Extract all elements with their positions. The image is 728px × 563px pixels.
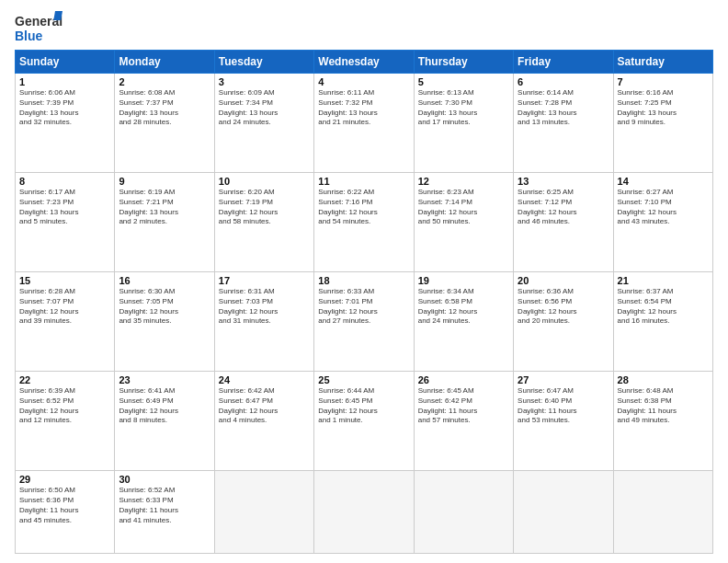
cell-details: Sunrise: 6:17 AM Sunset: 7:23 PM Dayligh… (19, 188, 110, 227)
calendar-cell: 4Sunrise: 6:11 AM Sunset: 7:32 PM Daylig… (314, 74, 414, 173)
calendar-cell: 1Sunrise: 6:06 AM Sunset: 7:39 PM Daylig… (16, 74, 115, 173)
weekday-header-cell: Saturday (613, 51, 712, 74)
cell-details: Sunrise: 6:08 AM Sunset: 7:37 PM Dayligh… (119, 88, 210, 128)
calendar-cell: 7Sunrise: 6:16 AM Sunset: 7:25 PM Daylig… (613, 74, 712, 173)
calendar-cell: 26Sunrise: 6:45 AM Sunset: 6:42 PM Dayli… (414, 372, 513, 471)
day-number: 9 (119, 176, 210, 187)
calendar-cell (514, 471, 613, 554)
cell-details: Sunrise: 6:11 AM Sunset: 7:32 PM Dayligh… (318, 88, 409, 128)
day-number: 10 (219, 176, 310, 187)
cell-details: Sunrise: 6:22 AM Sunset: 7:16 PM Dayligh… (318, 188, 409, 227)
day-number: 26 (418, 374, 509, 385)
calendar-cell: 28Sunrise: 6:48 AM Sunset: 6:38 PM Dayli… (613, 372, 712, 471)
calendar-cell (214, 471, 313, 554)
day-number: 28 (618, 374, 709, 385)
day-number: 18 (318, 275, 409, 286)
weekday-header-cell: Sunday (16, 51, 115, 74)
day-number: 27 (518, 374, 609, 385)
cell-details: Sunrise: 6:16 AM Sunset: 7:25 PM Dayligh… (618, 88, 709, 128)
cell-details: Sunrise: 6:48 AM Sunset: 6:38 PM Dayligh… (618, 386, 709, 426)
day-number: 24 (219, 374, 310, 385)
day-number: 22 (19, 374, 110, 385)
cell-details: Sunrise: 6:13 AM Sunset: 7:30 PM Dayligh… (418, 88, 509, 128)
cell-details: Sunrise: 6:34 AM Sunset: 6:58 PM Dayligh… (418, 287, 509, 327)
day-number: 29 (19, 474, 110, 485)
cell-details: Sunrise: 6:45 AM Sunset: 6:42 PM Dayligh… (418, 386, 509, 426)
cell-details: Sunrise: 6:41 AM Sunset: 6:49 PM Dayligh… (119, 386, 210, 426)
calendar-cell: 10Sunrise: 6:20 AM Sunset: 7:19 PM Dayli… (214, 173, 313, 272)
day-number: 13 (518, 176, 609, 187)
calendar-cell: 13Sunrise: 6:25 AM Sunset: 7:12 PM Dayli… (514, 173, 613, 272)
day-number: 3 (219, 76, 310, 87)
calendar-cell: 18Sunrise: 6:33 AM Sunset: 7:01 PM Dayli… (314, 272, 414, 372)
calendar-cell: 14Sunrise: 6:27 AM Sunset: 7:10 PM Dayli… (613, 173, 712, 272)
calendar-cell: 25Sunrise: 6:44 AM Sunset: 6:45 PM Dayli… (314, 372, 414, 471)
cell-details: Sunrise: 6:27 AM Sunset: 7:10 PM Dayligh… (618, 188, 709, 227)
calendar-cell: 16Sunrise: 6:30 AM Sunset: 7:05 PM Dayli… (115, 272, 214, 372)
weekday-header-cell: Thursday (414, 51, 513, 74)
cell-details: Sunrise: 6:50 AM Sunset: 6:36 PM Dayligh… (19, 486, 110, 525)
cell-details: Sunrise: 6:06 AM Sunset: 7:39 PM Dayligh… (19, 88, 110, 128)
cell-details: Sunrise: 6:09 AM Sunset: 7:34 PM Dayligh… (219, 88, 310, 128)
cell-details: Sunrise: 6:25 AM Sunset: 7:12 PM Dayligh… (518, 188, 609, 227)
day-number: 12 (418, 176, 509, 187)
calendar-week-row: 8Sunrise: 6:17 AM Sunset: 7:23 PM Daylig… (16, 173, 713, 272)
day-number: 23 (119, 374, 210, 385)
day-number: 14 (618, 176, 709, 187)
calendar-cell: 3Sunrise: 6:09 AM Sunset: 7:34 PM Daylig… (214, 74, 313, 173)
day-number: 4 (318, 76, 409, 87)
calendar-cell: 5Sunrise: 6:13 AM Sunset: 7:30 PM Daylig… (414, 74, 513, 173)
calendar-cell (314, 471, 414, 554)
calendar-cell: 20Sunrise: 6:36 AM Sunset: 6:56 PM Dayli… (514, 272, 613, 372)
calendar-cell: 21Sunrise: 6:37 AM Sunset: 6:54 PM Dayli… (613, 272, 712, 372)
day-number: 11 (318, 176, 409, 187)
calendar-table: SundayMondayTuesdayWednesdayThursdayFrid… (15, 50, 713, 554)
cell-details: Sunrise: 6:19 AM Sunset: 7:21 PM Dayligh… (119, 188, 210, 227)
calendar-week-row: 15Sunrise: 6:28 AM Sunset: 7:07 PM Dayli… (16, 272, 713, 372)
day-number: 25 (318, 374, 409, 385)
calendar-cell: 22Sunrise: 6:39 AM Sunset: 6:52 PM Dayli… (16, 372, 115, 471)
day-number: 20 (518, 275, 609, 286)
day-number: 15 (19, 275, 110, 286)
calendar-week-row: 1Sunrise: 6:06 AM Sunset: 7:39 PM Daylig… (16, 74, 713, 173)
svg-text:Blue: Blue (15, 29, 43, 43)
cell-details: Sunrise: 6:14 AM Sunset: 7:28 PM Dayligh… (518, 88, 609, 128)
calendar-cell: 29Sunrise: 6:50 AM Sunset: 6:36 PM Dayli… (16, 471, 115, 554)
calendar-cell: 23Sunrise: 6:41 AM Sunset: 6:49 PM Dayli… (115, 372, 214, 471)
calendar-week-row: 29Sunrise: 6:50 AM Sunset: 6:36 PM Dayli… (16, 471, 713, 554)
calendar-cell: 27Sunrise: 6:47 AM Sunset: 6:40 PM Dayli… (514, 372, 613, 471)
calendar-cell: 9Sunrise: 6:19 AM Sunset: 7:21 PM Daylig… (115, 173, 214, 272)
day-number: 1 (19, 76, 110, 87)
cell-details: Sunrise: 6:20 AM Sunset: 7:19 PM Dayligh… (219, 188, 310, 227)
calendar-cell: 24Sunrise: 6:42 AM Sunset: 6:47 PM Dayli… (214, 372, 313, 471)
calendar-week-row: 22Sunrise: 6:39 AM Sunset: 6:52 PM Dayli… (16, 372, 713, 471)
cell-details: Sunrise: 6:37 AM Sunset: 6:54 PM Dayligh… (618, 287, 709, 327)
cell-details: Sunrise: 6:33 AM Sunset: 7:01 PM Dayligh… (318, 287, 409, 327)
cell-details: Sunrise: 6:28 AM Sunset: 7:07 PM Dayligh… (19, 287, 110, 327)
cell-details: Sunrise: 6:47 AM Sunset: 6:40 PM Dayligh… (518, 386, 609, 426)
calendar-cell: 2Sunrise: 6:08 AM Sunset: 7:37 PM Daylig… (115, 74, 214, 173)
calendar-cell: 6Sunrise: 6:14 AM Sunset: 7:28 PM Daylig… (514, 74, 613, 173)
calendar-cell: 8Sunrise: 6:17 AM Sunset: 7:23 PM Daylig… (16, 173, 115, 272)
day-number: 7 (618, 76, 709, 87)
logo-svg: General Blue (15, 11, 63, 44)
weekday-header-cell: Monday (115, 51, 214, 74)
calendar-cell: 11Sunrise: 6:22 AM Sunset: 7:16 PM Dayli… (314, 173, 414, 272)
cell-details: Sunrise: 6:42 AM Sunset: 6:47 PM Dayligh… (219, 386, 310, 426)
logo: General Blue (15, 11, 63, 44)
day-number: 17 (219, 275, 310, 286)
calendar-cell: 17Sunrise: 6:31 AM Sunset: 7:03 PM Dayli… (214, 272, 313, 372)
day-number: 21 (618, 275, 709, 286)
day-number: 8 (19, 176, 110, 187)
calendar-cell: 19Sunrise: 6:34 AM Sunset: 6:58 PM Dayli… (414, 272, 513, 372)
calendar-cell: 12Sunrise: 6:23 AM Sunset: 7:14 PM Dayli… (414, 173, 513, 272)
day-number: 19 (418, 275, 509, 286)
day-number: 2 (119, 76, 210, 87)
cell-details: Sunrise: 6:52 AM Sunset: 6:33 PM Dayligh… (119, 486, 210, 525)
calendar-body: 1Sunrise: 6:06 AM Sunset: 7:39 PM Daylig… (16, 74, 713, 554)
cell-details: Sunrise: 6:30 AM Sunset: 7:05 PM Dayligh… (119, 287, 210, 327)
cell-details: Sunrise: 6:36 AM Sunset: 6:56 PM Dayligh… (518, 287, 609, 327)
calendar-cell (414, 471, 513, 554)
calendar-cell: 15Sunrise: 6:28 AM Sunset: 7:07 PM Dayli… (16, 272, 115, 372)
calendar-cell (613, 471, 712, 554)
